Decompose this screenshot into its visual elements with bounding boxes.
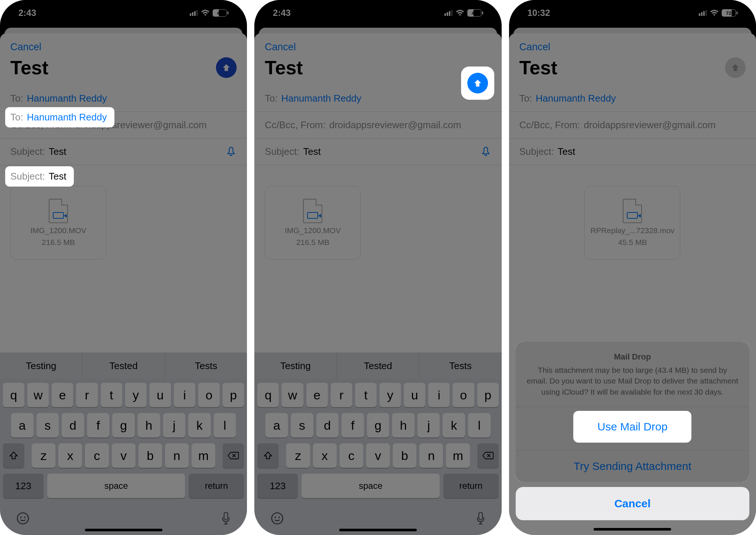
suggestion[interactable]: Tested [337, 352, 419, 379]
key-e[interactable]: e [306, 383, 328, 407]
key-o[interactable]: o [198, 383, 220, 407]
send-button[interactable] [467, 73, 488, 93]
key-z[interactable]: z [286, 443, 310, 468]
status-time: 2:43 [273, 8, 291, 18]
subject-field[interactable]: Subject: Test [254, 139, 501, 165]
key-h[interactable]: h [138, 413, 160, 437]
key-p[interactable]: p [477, 383, 499, 407]
key-f[interactable]: f [341, 413, 364, 437]
key-n[interactable]: n [165, 443, 189, 468]
suggestion[interactable]: Testing [0, 352, 82, 379]
key-i[interactable]: i [174, 383, 195, 407]
battery-icon: 43 [213, 9, 228, 17]
home-indicator[interactable] [594, 528, 671, 531]
space-key[interactable]: space [47, 474, 185, 498]
key-u[interactable]: u [404, 383, 425, 407]
key-m[interactable]: m [192, 443, 215, 468]
key-c[interactable]: c [340, 443, 363, 468]
key-a[interactable]: a [265, 413, 288, 437]
key-r[interactable]: r [331, 383, 352, 407]
key-q[interactable]: q [3, 383, 24, 407]
key-l[interactable]: l [468, 413, 491, 437]
key-t[interactable]: t [101, 383, 122, 407]
key-p[interactable]: p [223, 383, 244, 407]
emoji-key[interactable] [16, 512, 30, 525]
numbers-key[interactable]: 123 [257, 474, 298, 498]
svg-rect-7 [479, 512, 482, 520]
key-d[interactable]: d [62, 413, 84, 437]
key-y[interactable]: y [125, 383, 147, 407]
dictation-key[interactable] [221, 511, 231, 525]
key-d[interactable]: d [316, 413, 339, 437]
key-w[interactable]: w [27, 383, 49, 407]
return-key[interactable]: return [189, 474, 244, 498]
shift-key[interactable] [3, 443, 24, 468]
attachment-card[interactable]: IMG_1200.MOV 216.5 MB [265, 186, 361, 260]
key-v[interactable]: v [112, 443, 135, 468]
suggestion[interactable]: Testing [254, 352, 336, 379]
dictation-key[interactable] [476, 511, 485, 525]
use-maildrop-button[interactable]: Use Mail Drop [573, 411, 691, 443]
key-j[interactable]: j [163, 413, 186, 437]
key-b[interactable]: b [138, 443, 162, 468]
suggestion[interactable]: Tests [165, 352, 247, 379]
home-indicator[interactable] [85, 529, 162, 531]
signal-icon [444, 10, 453, 16]
keyboard: Testing Tested Tests q w e r t y u i o p… [0, 352, 247, 535]
compose-title: Test [265, 57, 303, 79]
key-j[interactable]: j [417, 413, 440, 437]
highlight-send-button [461, 67, 494, 100]
key-t[interactable]: t [355, 383, 377, 407]
key-w[interactable]: w [282, 383, 303, 407]
key-a[interactable]: a [11, 413, 34, 437]
suggestion[interactable]: Tests [419, 352, 501, 379]
key-h[interactable]: h [392, 413, 415, 437]
try-send-button[interactable]: Try Sending Attachment [516, 450, 749, 482]
suggestion[interactable]: Tested [82, 352, 164, 379]
key-c[interactable]: c [85, 443, 109, 468]
key-u[interactable]: u [150, 383, 171, 407]
file-icon [49, 199, 68, 223]
cancel-button[interactable]: Cancel [265, 41, 296, 53]
key-x[interactable]: x [58, 443, 82, 468]
key-l[interactable]: l [214, 413, 236, 437]
delete-key[interactable] [477, 443, 499, 468]
return-key[interactable]: return [443, 474, 499, 498]
key-s[interactable]: s [291, 413, 313, 437]
key-y[interactable]: y [379, 383, 401, 407]
bell-icon[interactable] [226, 146, 237, 157]
key-e[interactable]: e [52, 383, 73, 407]
key-x[interactable]: x [313, 443, 337, 468]
key-k[interactable]: k [443, 413, 465, 437]
key-i[interactable]: i [428, 383, 450, 407]
highlight-to-field: To: Hanumanth Reddy [5, 107, 114, 127]
key-z[interactable]: z [32, 443, 55, 468]
emoji-key[interactable] [271, 512, 284, 525]
space-key[interactable]: space [302, 474, 439, 498]
key-q[interactable]: q [257, 383, 279, 407]
shift-key[interactable] [257, 443, 279, 468]
home-indicator[interactable] [339, 529, 417, 531]
svg-point-0 [17, 513, 28, 524]
attachment-card[interactable]: IMG_1200.MOV 216.5 MB [10, 186, 106, 260]
key-r[interactable]: r [76, 383, 97, 407]
numbers-key[interactable]: 123 [3, 474, 44, 498]
key-g[interactable]: g [112, 413, 135, 437]
key-m[interactable]: m [446, 443, 470, 468]
key-f[interactable]: f [87, 413, 110, 437]
key-b[interactable]: b [393, 443, 416, 468]
cancel-button[interactable]: Cancel [10, 41, 41, 53]
send-button[interactable] [216, 57, 237, 78]
key-v[interactable]: v [366, 443, 390, 468]
action-cancel-button[interactable]: Cancel [516, 487, 749, 520]
battery-icon: 43 [467, 9, 483, 17]
delete-key[interactable] [223, 443, 244, 468]
key-o[interactable]: o [453, 383, 474, 407]
key-k[interactable]: k [188, 413, 211, 437]
key-n[interactable]: n [419, 443, 443, 468]
ccbcc-field[interactable]: Cc/Bcc, From: droidappsreviewer@gmail.co… [254, 112, 501, 139]
subject-field[interactable]: Subject: Test [0, 139, 247, 165]
key-s[interactable]: s [37, 413, 59, 437]
key-g[interactable]: g [367, 413, 389, 437]
bell-icon[interactable] [480, 146, 491, 157]
